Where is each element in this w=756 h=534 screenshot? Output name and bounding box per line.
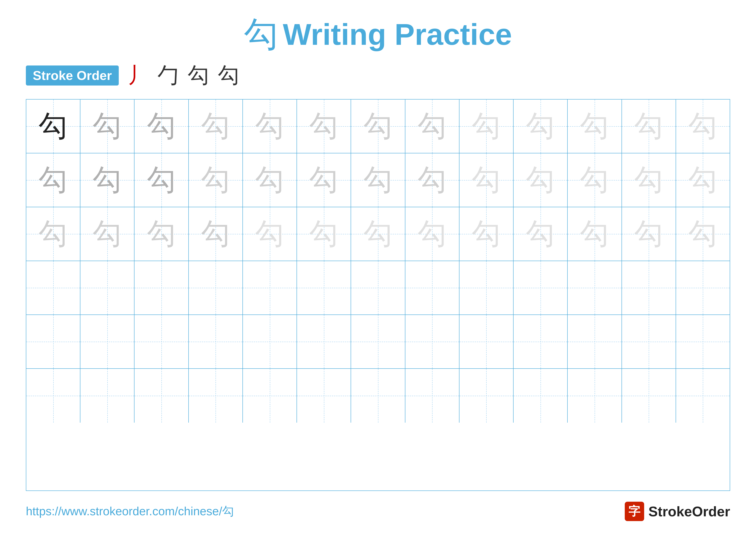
practice-grid: 勾 勾 勾 勾 勾 勾 勾 勾 勾 — [26, 99, 730, 491]
grid-cell[interactable]: 勾 — [134, 207, 189, 261]
practice-char: 勾 — [526, 161, 555, 200]
grid-cell[interactable] — [189, 315, 243, 369]
grid-cell[interactable] — [189, 369, 243, 423]
practice-char: 勾 — [309, 107, 338, 146]
grid-cell[interactable]: 勾 — [297, 99, 351, 153]
grid-cell[interactable] — [514, 369, 568, 423]
grid-cell[interactable] — [568, 315, 622, 369]
footer-url[interactable]: https://www.strokeorder.com/chinese/勾 — [26, 503, 234, 519]
grid-cell[interactable]: 勾 — [459, 99, 514, 153]
practice-char: 勾 — [255, 107, 284, 146]
practice-char: 勾 — [147, 214, 176, 254]
grid-cell[interactable] — [134, 369, 189, 423]
grid-cell[interactable]: 勾 — [568, 99, 622, 153]
grid-cell[interactable] — [514, 315, 568, 369]
grid-cell[interactable]: 勾 — [351, 153, 405, 207]
grid-cell[interactable] — [243, 369, 297, 423]
grid-cell[interactable] — [676, 369, 730, 423]
grid-cell[interactable]: 勾 — [459, 207, 514, 261]
grid-cell[interactable]: 勾 — [351, 99, 405, 153]
grid-cell[interactable] — [568, 369, 622, 423]
grid-cell[interactable] — [26, 261, 80, 315]
grid-cell[interactable]: 勾 — [26, 153, 80, 207]
practice-char: 勾 — [147, 107, 176, 146]
practice-char: 勾 — [201, 161, 230, 200]
grid-cell[interactable]: 勾 — [514, 99, 568, 153]
grid-cell[interactable]: 勾 — [134, 153, 189, 207]
grid-cell[interactable]: 勾 — [80, 153, 134, 207]
grid-cell[interactable]: 勾 — [189, 99, 243, 153]
grid-cell[interactable]: 勾 — [243, 207, 297, 261]
grid-cell[interactable]: 勾 — [351, 207, 405, 261]
grid-cell[interactable] — [297, 315, 351, 369]
title-row: 勾 Writing Practice — [244, 17, 512, 52]
footer-logo: 字 StrokeOrder — [625, 502, 730, 521]
practice-char: 勾 — [255, 214, 284, 254]
grid-cell[interactable] — [676, 261, 730, 315]
practice-char: 勾 — [93, 161, 122, 200]
grid-cell[interactable]: 勾 — [189, 207, 243, 261]
grid-cell[interactable]: 勾 — [676, 153, 730, 207]
grid-cell[interactable] — [514, 261, 568, 315]
grid-cell[interactable]: 勾 — [405, 153, 459, 207]
grid-cell[interactable]: 勾 — [459, 153, 514, 207]
grid-cell[interactable]: 勾 — [514, 207, 568, 261]
grid-cell[interactable]: 勾 — [568, 153, 622, 207]
grid-cell[interactable] — [297, 261, 351, 315]
grid-cell[interactable]: 勾 — [514, 153, 568, 207]
grid-cell[interactable]: 勾 — [568, 207, 622, 261]
practice-char: 勾 — [201, 107, 230, 146]
grid-cell[interactable] — [297, 369, 351, 423]
grid-cell[interactable] — [351, 369, 405, 423]
grid-cell[interactable] — [134, 315, 189, 369]
grid-cell[interactable] — [243, 261, 297, 315]
grid-cell[interactable]: 勾 — [622, 153, 676, 207]
grid-cell[interactable] — [622, 261, 676, 315]
grid-cell[interactable] — [189, 261, 243, 315]
grid-cell[interactable]: 勾 — [80, 207, 134, 261]
practice-char: 勾 — [309, 214, 338, 254]
grid-cell[interactable] — [405, 261, 459, 315]
grid-cell[interactable]: 勾 — [676, 99, 730, 153]
grid-cell[interactable] — [459, 315, 514, 369]
grid-cell[interactable]: 勾 — [243, 153, 297, 207]
grid-cell[interactable]: 勾 — [297, 153, 351, 207]
grid-cell[interactable] — [459, 369, 514, 423]
grid-cell[interactable] — [405, 369, 459, 423]
grid-cell[interactable]: 勾 — [80, 99, 134, 153]
grid-cell[interactable]: 勾 — [243, 99, 297, 153]
practice-char: 勾 — [418, 161, 447, 200]
grid-cell[interactable]: 勾 — [405, 99, 459, 153]
grid-cell[interactable] — [80, 261, 134, 315]
grid-cell[interactable] — [351, 261, 405, 315]
grid-cell[interactable]: 勾 — [622, 99, 676, 153]
grid-cell[interactable] — [134, 261, 189, 315]
grid-cell[interactable] — [405, 315, 459, 369]
stroke-step-4: 勾 — [218, 64, 239, 86]
grid-cell[interactable]: 勾 — [405, 207, 459, 261]
grid-cell[interactable] — [351, 315, 405, 369]
grid-cell[interactable]: 勾 — [297, 207, 351, 261]
grid-cell[interactable] — [26, 369, 80, 423]
grid-cell[interactable] — [459, 261, 514, 315]
grid-cell[interactable] — [26, 315, 80, 369]
grid-cell[interactable] — [568, 261, 622, 315]
practice-char: 勾 — [472, 214, 501, 254]
grid-row-5 — [26, 315, 730, 369]
practice-char: 勾 — [472, 107, 501, 146]
grid-cell[interactable]: 勾 — [676, 207, 730, 261]
grid-cell[interactable]: 勾 — [26, 99, 80, 153]
grid-cell[interactable]: 勾 — [26, 207, 80, 261]
practice-char: 勾 — [634, 214, 663, 254]
grid-cell[interactable] — [80, 315, 134, 369]
grid-cell[interactable] — [80, 369, 134, 423]
grid-cell[interactable] — [622, 315, 676, 369]
practice-char: 勾 — [580, 161, 609, 200]
grid-cell[interactable]: 勾 — [622, 207, 676, 261]
grid-cell[interactable]: 勾 — [134, 99, 189, 153]
grid-cell[interactable]: 勾 — [189, 153, 243, 207]
grid-cell[interactable] — [243, 315, 297, 369]
grid-cell[interactable] — [676, 315, 730, 369]
grid-cell[interactable] — [622, 369, 676, 423]
practice-char: 勾 — [309, 161, 338, 200]
